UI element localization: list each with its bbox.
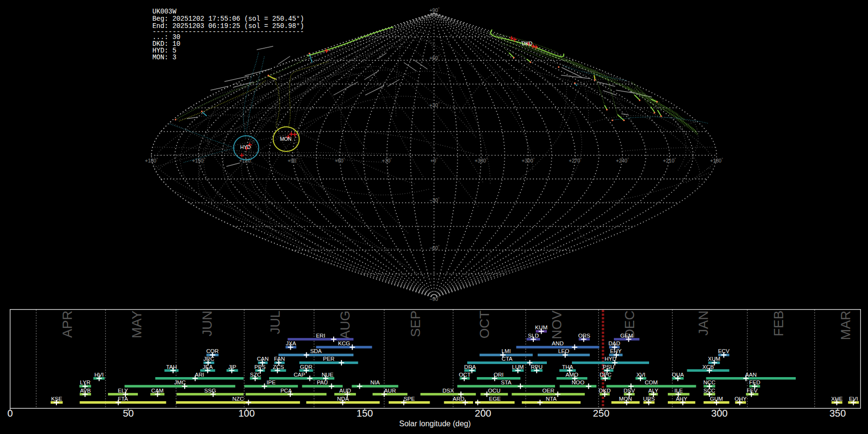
svg-text:AUR: AUR: [384, 387, 396, 393]
svg-text:+300°: +300°: [522, 157, 535, 163]
svg-text:XCB: XCB: [703, 364, 714, 370]
svg-text:DKD: DKD: [522, 41, 532, 46]
svg-text:...: 30: ...: 30: [152, 34, 180, 41]
svg-text:PER: PER: [323, 355, 335, 362]
svg-text:STA: STA: [501, 379, 512, 385]
svg-text:SPE: SPE: [404, 395, 415, 402]
svg-text:FTA: FTA: [118, 395, 128, 402]
svg-text:200: 200: [475, 407, 491, 419]
svg-text:150: 150: [356, 407, 373, 419]
svg-text:AAN: AAN: [745, 371, 757, 378]
svg-text:ARD: ARD: [453, 395, 464, 402]
svg-text:JIP: JIP: [228, 364, 236, 370]
svg-text:AUG: AUG: [338, 311, 353, 339]
svg-text:DRA: DRA: [464, 364, 476, 370]
svg-text:GEM: GEM: [620, 332, 633, 339]
svg-text:HYD: HYD: [240, 145, 251, 150]
svg-text:ELY: ELY: [118, 387, 128, 393]
svg-text:OCU: OCU: [488, 387, 501, 393]
svg-text:NUE: NUE: [322, 371, 334, 378]
svg-text:300: 300: [711, 407, 728, 419]
svg-text:50: 50: [123, 407, 134, 419]
svg-text:AUD: AUD: [339, 387, 351, 393]
svg-text:KCG: KCG: [338, 340, 350, 346]
svg-text:+210°: +210°: [663, 157, 676, 163]
svg-text:DKD: 10: DKD: 10: [152, 41, 180, 48]
svg-text:UK003W: UK003W: [152, 8, 176, 15]
svg-text:PSU: PSU: [603, 364, 614, 370]
svg-text:OHY: OHY: [734, 395, 746, 402]
svg-text:MON: MON: [619, 395, 632, 402]
svg-text:JUN: JUN: [200, 311, 215, 336]
svg-text:NZC: NZC: [232, 395, 244, 402]
svg-text:FEV: FEV: [747, 387, 758, 393]
svg-text:JMC: JMC: [174, 379, 186, 385]
svg-text:OER: OER: [542, 387, 554, 393]
svg-text:Beg: 20251202 17:55:06 (sol =: Beg: 20251202 17:55:06 (sol = 250.45°): [152, 15, 304, 23]
svg-text:0: 0: [7, 407, 13, 419]
svg-text:MON: 3: MON: 3: [152, 54, 176, 61]
svg-text:PAU: PAU: [317, 379, 328, 385]
svg-text:THA: THA: [562, 364, 573, 370]
svg-text:OCT: OCT: [459, 371, 471, 378]
svg-text:+180°: +180°: [145, 157, 158, 163]
svg-text:AHY: AHY: [676, 395, 687, 402]
svg-text:EGE: EGE: [489, 395, 501, 402]
svg-text:AMO: AMO: [566, 371, 578, 378]
svg-text:ERI: ERI: [316, 332, 325, 339]
svg-text:MAY: MAY: [129, 311, 144, 339]
svg-text:+330°: +330°: [475, 157, 488, 163]
svg-text:AND: AND: [552, 340, 563, 346]
svg-text:250: 250: [593, 407, 610, 419]
svg-text:DSX: DSX: [442, 387, 454, 393]
svg-text:ORS: ORS: [578, 332, 590, 339]
svg-text:+270°: +270°: [569, 157, 582, 163]
svg-text:NIA: NIA: [370, 379, 380, 385]
svg-text:OCT: OCT: [477, 311, 492, 339]
svg-text:350: 350: [829, 407, 846, 419]
svg-text:HYD: 5: HYD: 5: [152, 47, 176, 54]
svg-text:SEP: SEP: [408, 311, 423, 337]
svg-text:COM: COM: [645, 379, 658, 385]
svg-text:ARI: ARI: [195, 371, 204, 378]
svg-text:IPE: IPE: [267, 379, 276, 385]
svg-text:NOV: NOV: [549, 310, 564, 339]
svg-text:JXA: JXA: [286, 340, 297, 346]
svg-text:FEB: FEB: [771, 311, 786, 336]
svg-text:SSG: SSG: [204, 387, 216, 393]
svg-text:JAN: JAN: [696, 311, 711, 336]
svg-text:LEO: LEO: [558, 348, 569, 354]
svg-text:APR: APR: [60, 311, 75, 338]
svg-text:100: 100: [238, 407, 255, 419]
svg-text:+180°: +180°: [710, 157, 723, 163]
svg-text:MAR: MAR: [838, 311, 853, 340]
svg-text:NOO: NOO: [571, 379, 584, 385]
svg-text:FAN: FAN: [274, 355, 285, 362]
svg-text:TAH: TAH: [166, 364, 176, 370]
svg-text:MON: MON: [280, 136, 291, 142]
svg-text:SDA: SDA: [310, 348, 322, 354]
svg-text:JUL: JUL: [268, 311, 283, 334]
svg-text:+240°: +240°: [616, 157, 629, 163]
svg-text:CAP: CAP: [294, 371, 305, 378]
svg-text:NTA: NTA: [546, 395, 557, 402]
svg-text:Solar longitude (deg): Solar longitude (deg): [399, 420, 471, 428]
